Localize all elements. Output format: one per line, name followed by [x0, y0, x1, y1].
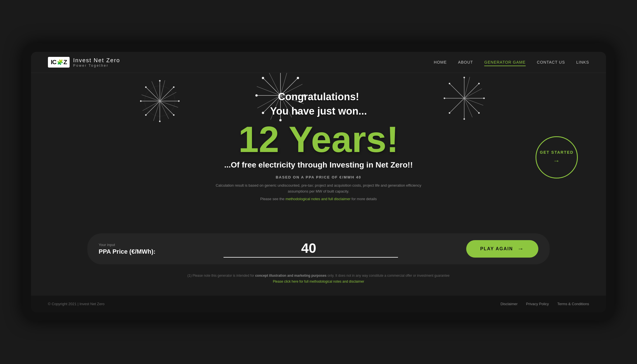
svg-point-48 — [262, 77, 264, 79]
logo-brand: Invest Net Zero — [73, 57, 120, 64]
logo-area: IC 🧩 Z Invest Net Zero Power Together — [48, 57, 120, 68]
navbar: IC 🧩 Z Invest Net Zero Power Together HO… — [31, 52, 606, 73]
nav-item-generator[interactable]: GENERATOR GAME — [484, 60, 526, 65]
play-again-label: PLAY AGAIN — [480, 246, 513, 251]
nav-item-links[interactable]: LINKS — [576, 60, 589, 65]
logo-ic: IC — [51, 59, 56, 66]
disclaimer-link[interactable]: methodological notes and full disclaimer — [286, 197, 351, 201]
footer-link-terms[interactable]: Terms & Conditions — [557, 302, 589, 306]
nav-item-about[interactable]: ABOUT — [458, 60, 473, 65]
notice-link-row: Please click here for full methodologica… — [87, 279, 550, 284]
nav-link-about[interactable]: ABOUT — [458, 60, 473, 64]
svg-point-62 — [478, 83, 480, 84]
svg-point-42 — [297, 77, 299, 79]
logo-z: Z — [63, 59, 67, 66]
notice-bold: concept illustration and marketing purpo… — [255, 274, 326, 278]
logo-icon: IC 🧩 Z — [48, 57, 70, 68]
years-number: 12 — [238, 119, 279, 160]
svg-point-17 — [159, 80, 160, 82]
ppa-label: BASED ON A PPA PRICE OF €/MWH 40 — [48, 175, 589, 179]
nav-link-generator[interactable]: GENERATOR GAME — [484, 60, 526, 66]
input-section: Your input PPA Price (€/MWh): PLAY AGAIN… — [87, 233, 550, 264]
footer: © Copyright 2021 | Invest Net Zero Discl… — [31, 296, 606, 312]
svg-point-24 — [145, 86, 147, 88]
footer-copyright: © Copyright 2021 | Invest Net Zero — [48, 302, 105, 306]
input-label-group: Your input PPA Price (€/MWh): — [99, 243, 156, 255]
nav-links: HOME ABOUT GENERATOR GAME CONTACT US LIN… — [434, 60, 589, 65]
notice-text: (1) Please note this generator is intend… — [87, 273, 550, 278]
hero-content: Congratulations! You have just won... 12… — [48, 90, 589, 202]
methodology-link[interactable]: Please click here for full methodologica… — [273, 280, 364, 283]
footer-links: Disclaimer Privacy Policy Terms & Condit… — [501, 302, 589, 306]
svg-point-61 — [463, 77, 465, 78]
subtitle: ...Of free electricity through Investing… — [48, 160, 589, 169]
screen: IC 🧩 Z Invest Net Zero Power Together HO… — [31, 52, 606, 312]
logo-text: Invest Net Zero Power Together — [73, 57, 120, 68]
years-display: 12 Years! — [48, 121, 589, 158]
nav-link-home[interactable]: HOME — [434, 60, 447, 64]
notice-section: (1) Please note this generator is intend… — [31, 270, 606, 296]
hero-section: Congratulations! You have just won... 12… — [31, 73, 606, 225]
play-again-button[interactable]: PLAY AGAIN → — [466, 240, 538, 258]
logo-puzzle: 🧩 — [57, 59, 63, 65]
disclaimer2: Please see the methodological notes and … — [206, 196, 431, 202]
device-frame: IC 🧩 Z Invest Net Zero Power Together HO… — [23, 43, 614, 321]
ppa-value-input[interactable] — [224, 240, 398, 258]
nav-link-contact[interactable]: CONTACT US — [537, 60, 565, 64]
play-again-arrow-icon: → — [517, 245, 524, 253]
nav-item-home[interactable]: HOME — [434, 60, 447, 65]
your-input-label: Your input — [99, 243, 156, 247]
footer-link-disclaimer[interactable]: Disclaimer — [501, 302, 518, 306]
congrats-line1: Congratulations! You have just won... — [48, 90, 589, 118]
input-value-group — [224, 240, 398, 258]
svg-point-18 — [173, 86, 174, 88]
years-label: Years! — [289, 119, 399, 160]
nav-item-contact[interactable]: CONTACT US — [537, 60, 565, 65]
disclaimer1: Calculation result is based on generic u… — [206, 183, 431, 195]
ppa-price-label: PPA Price (€/MWh): — [99, 248, 156, 255]
footer-link-privacy[interactable]: Privacy Policy — [526, 302, 549, 306]
nav-link-links[interactable]: LINKS — [576, 60, 589, 64]
svg-point-68 — [449, 83, 450, 84]
logo-tagline: Power Together — [73, 64, 120, 68]
